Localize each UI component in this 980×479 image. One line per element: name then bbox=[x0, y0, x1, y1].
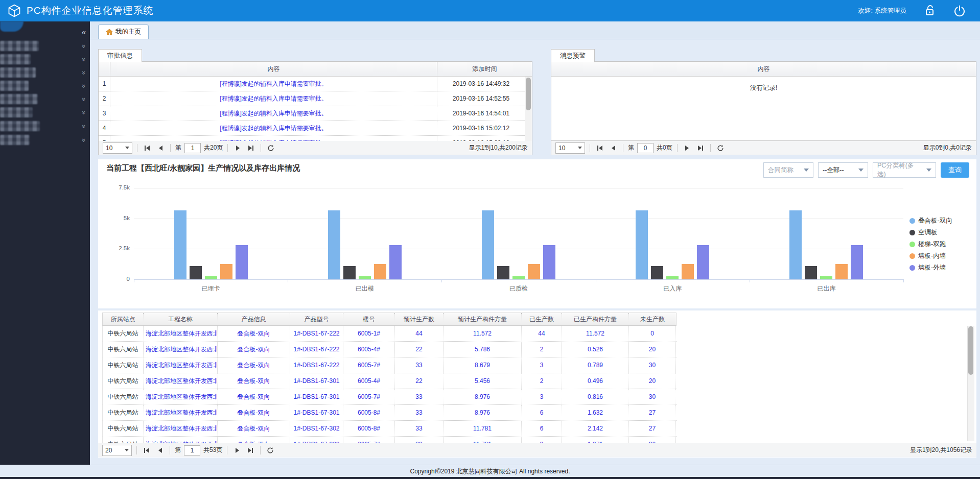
table-cell-link[interactable]: 海淀北部地区整体开发西北 bbox=[146, 329, 218, 338]
table-cell-link[interactable]: 3 bbox=[540, 393, 544, 400]
bar-楼梯-双跑[interactable] bbox=[205, 276, 217, 279]
page-size-select[interactable]: 10 bbox=[555, 142, 585, 154]
table-cell-link[interactable]: 44 bbox=[538, 330, 545, 337]
legend-item[interactable]: 楼梯-双跑 bbox=[909, 240, 952, 249]
refresh-button[interactable] bbox=[265, 445, 275, 456]
last-page-button[interactable] bbox=[246, 143, 256, 153]
approval-scrollbar[interactable] bbox=[525, 77, 532, 141]
bar-叠合板-双向[interactable] bbox=[789, 210, 802, 279]
first-page-button[interactable] bbox=[142, 143, 152, 153]
approval-content-link[interactable]: [程博瀛]发起的辅料入库申请需要审批。 bbox=[220, 80, 328, 88]
page-input[interactable] bbox=[637, 143, 654, 153]
legend-item[interactable]: 墙板-外墙 bbox=[909, 264, 952, 272]
table-cell-link[interactable]: 33 bbox=[415, 409, 422, 416]
bar-叠合板-双向[interactable] bbox=[482, 210, 494, 279]
approval-content-link[interactable]: [程博瀛]发起的辅料入库申请需要审批。 bbox=[220, 94, 328, 103]
bar-叠合板-双向[interactable] bbox=[636, 210, 648, 279]
table-cell-link[interactable]: 11.572 bbox=[586, 330, 604, 337]
next-page-button[interactable] bbox=[232, 445, 242, 456]
unlock-icon[interactable] bbox=[924, 5, 936, 17]
table-cell-link[interactable]: 1#-DBS1-67-222 bbox=[293, 346, 339, 353]
table-cell-link[interactable]: 1#-DBS1-67-222 bbox=[293, 362, 339, 369]
sidebar-item[interactable]: » bbox=[0, 134, 90, 146]
table-cell-link[interactable]: 叠合板-双向 bbox=[238, 424, 270, 433]
approval-tab[interactable]: 审批信息 bbox=[98, 49, 142, 62]
sidebar-item[interactable]: » bbox=[0, 66, 90, 79]
table-cell-link[interactable]: 8.976 bbox=[475, 393, 490, 400]
table-cell-link[interactable]: 6005-4# bbox=[358, 346, 380, 353]
table-cell-link[interactable]: 0.496 bbox=[588, 377, 603, 385]
bar-墙板-外墙[interactable] bbox=[389, 245, 402, 279]
last-page-button[interactable] bbox=[695, 143, 706, 153]
table-cell-link[interactable]: 11.781 bbox=[473, 425, 492, 432]
message-tab[interactable]: 消息预警 bbox=[551, 49, 595, 62]
table-cell-link[interactable]: 1#-DBS1-67-302 bbox=[293, 425, 339, 432]
bar-墙板-外墙[interactable] bbox=[543, 245, 555, 279]
table-cell-link[interactable]: 0 bbox=[650, 330, 654, 337]
bar-墙板-外墙[interactable] bbox=[697, 245, 709, 279]
table-cell-link[interactable]: 5.786 bbox=[475, 346, 490, 353]
page-size-select[interactable]: 20 bbox=[102, 445, 132, 456]
table-cell-link[interactable]: 11.572 bbox=[473, 330, 492, 337]
table-cell-link[interactable]: 叠合板-双向 bbox=[238, 377, 270, 386]
sidebar-item[interactable]: » bbox=[0, 120, 90, 132]
table-cell-link[interactable]: 叠合板-双向 bbox=[238, 345, 270, 354]
table-cell-link[interactable]: 44 bbox=[415, 330, 422, 337]
bar-空调板[interactable] bbox=[343, 266, 356, 279]
table-cell-link[interactable]: 1#-DBS1-67-301 bbox=[293, 377, 339, 385]
bar-空调板[interactable] bbox=[651, 266, 663, 279]
bar-墙板-外墙[interactable] bbox=[236, 245, 248, 279]
bar-墙板-内墙[interactable] bbox=[374, 264, 386, 279]
refresh-button[interactable] bbox=[266, 143, 276, 153]
bar-楼梯-双跑[interactable] bbox=[359, 276, 371, 279]
bar-墙板-内墙[interactable] bbox=[835, 264, 848, 279]
sidebar-collapse-icon[interactable]: « bbox=[82, 28, 86, 36]
prev-page-button[interactable] bbox=[155, 445, 165, 456]
table-cell-link[interactable]: 海淀北部地区整体开发西北 bbox=[146, 361, 218, 370]
table-cell-link[interactable]: 1#-DBS1-67-301 bbox=[293, 393, 339, 400]
table-cell-link[interactable]: 8.976 bbox=[475, 409, 490, 416]
table-cell-link[interactable]: 叠合板-双向 bbox=[238, 393, 270, 401]
approval-content-link[interactable]: [程博瀛]发起的辅料入库申请需要审批。 bbox=[220, 124, 328, 133]
last-page-button[interactable] bbox=[245, 445, 255, 456]
table-cell-link[interactable]: 27 bbox=[649, 425, 656, 432]
bar-空调板[interactable] bbox=[190, 266, 202, 279]
table-cell-link[interactable]: 2.142 bbox=[588, 425, 603, 432]
table-cell-link[interactable]: 6005-7# bbox=[358, 393, 380, 400]
bar-叠合板-双向[interactable] bbox=[328, 210, 340, 279]
table-cell-link[interactable]: 2 bbox=[540, 377, 544, 385]
first-page-button[interactable] bbox=[595, 143, 605, 153]
table-cell-link[interactable]: 33 bbox=[415, 362, 422, 369]
sidebar-item[interactable]: » bbox=[0, 106, 90, 118]
legend-item[interactable]: 墙板-内墙 bbox=[909, 252, 952, 260]
table-cell-link[interactable]: 5.456 bbox=[475, 377, 490, 385]
tab-my-home[interactable]: 我的主页 bbox=[98, 25, 149, 39]
scrollbar-thumb[interactable] bbox=[526, 78, 531, 110]
table-cell-link[interactable]: 海淀北部地区整体开发西北 bbox=[146, 424, 218, 433]
next-page-button[interactable] bbox=[232, 143, 243, 153]
next-page-button[interactable] bbox=[682, 143, 692, 153]
bar-楼梯-双跑[interactable] bbox=[820, 276, 832, 279]
bar-墙板-内墙[interactable] bbox=[528, 264, 540, 279]
power-logout-icon[interactable] bbox=[953, 5, 966, 17]
table-cell-link[interactable]: 33 bbox=[415, 393, 422, 400]
table-cell-link[interactable]: 6 bbox=[540, 425, 544, 432]
bar-墙板-外墙[interactable] bbox=[851, 245, 863, 279]
table-cell-link[interactable]: 海淀北部地区整体开发西北 bbox=[146, 377, 218, 386]
table-cell-link[interactable]: 20 bbox=[649, 346, 656, 353]
page-input[interactable] bbox=[184, 143, 201, 153]
bar-楼梯-双跑[interactable] bbox=[512, 276, 525, 279]
page-input[interactable] bbox=[184, 445, 200, 456]
table-scrollbar[interactable] bbox=[967, 326, 974, 441]
approval-content-link[interactable]: [程博瀛]发起的辅料入库申请需要审批。 bbox=[220, 109, 328, 118]
sidebar-item[interactable]: » bbox=[0, 80, 90, 92]
table-cell-link[interactable]: 0.816 bbox=[588, 393, 603, 400]
table-cell-link[interactable]: 1#-DBS1-67-301 bbox=[293, 409, 339, 416]
legend-item[interactable]: 空调板 bbox=[909, 228, 952, 237]
table-cell-link[interactable]: 30 bbox=[649, 362, 656, 369]
table-cell-link[interactable]: 6005-8# bbox=[358, 409, 380, 416]
sidebar-item[interactable]: » bbox=[0, 53, 90, 65]
table-cell-link[interactable]: 6005-4# bbox=[358, 377, 380, 385]
table-cell-link[interactable]: 2 bbox=[540, 346, 544, 353]
table-cell-link[interactable]: 20 bbox=[649, 377, 656, 385]
